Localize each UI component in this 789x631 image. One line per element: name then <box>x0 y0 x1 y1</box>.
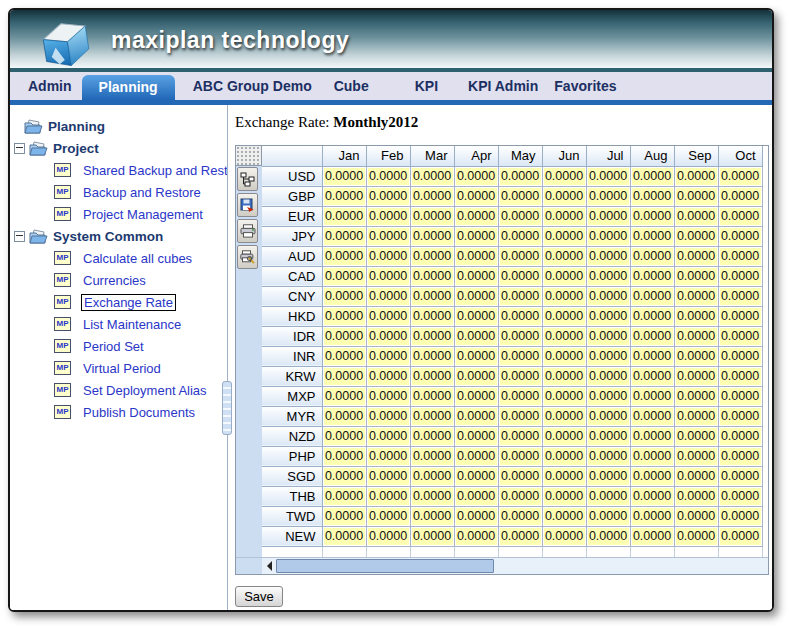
cell-hkd-mar[interactable]: 0.0000 <box>410 306 454 326</box>
cell-cad-may[interactable]: 0.0000 <box>498 266 542 286</box>
cell-gbp-mar[interactable]: 0.0000 <box>410 186 454 206</box>
cell-twd-sep[interactable]: 0.0000 <box>674 506 718 526</box>
cell-aud-aug[interactable]: 0.0000 <box>630 246 674 266</box>
cell-nzd-jul[interactable]: 0.0000 <box>586 426 630 446</box>
collapse-toggle-icon[interactable] <box>14 143 25 154</box>
cell-myr-jan[interactable]: 0.0000 <box>322 406 366 426</box>
cell-usd-feb[interactable]: 0.0000 <box>366 166 410 186</box>
cell-idr-may[interactable]: 0.0000 <box>498 326 542 346</box>
cell-sgd-aug[interactable]: 0.0000 <box>630 466 674 486</box>
export-save-icon[interactable] <box>237 193 258 217</box>
cell-cad-feb[interactable]: 0.0000 <box>366 266 410 286</box>
cell-php-may[interactable]: 0.0000 <box>498 446 542 466</box>
cell-mxp-jan[interactable]: 0.0000 <box>322 386 366 406</box>
tree-item-project-management[interactable]: MPProject Management <box>10 203 227 225</box>
cell-inr-feb[interactable]: 0.0000 <box>366 346 410 366</box>
cell-krw-jun[interactable]: 0.0000 <box>542 366 586 386</box>
cell-thb-jun[interactable]: 0.0000 <box>542 486 586 506</box>
cell-php-jun[interactable]: 0.0000 <box>542 446 586 466</box>
cell-cad-aug[interactable]: 0.0000 <box>630 266 674 286</box>
cell-idr-mar[interactable]: 0.0000 <box>410 326 454 346</box>
cell-aud-apr[interactable]: 0.0000 <box>454 246 498 266</box>
cell-cny-sep[interactable]: 0.0000 <box>674 286 718 306</box>
cell-idr-sep[interactable]: 0.0000 <box>674 326 718 346</box>
cell-idr-feb[interactable]: 0.0000 <box>366 326 410 346</box>
cell-inr-apr[interactable]: 0.0000 <box>454 346 498 366</box>
tree-item-shared-backup-and-resto[interactable]: MPShared Backup and Resto <box>10 159 227 181</box>
cell-eur-mar[interactable]: 0.0000 <box>410 206 454 226</box>
cell-gbp-oct[interactable]: 0.0000 <box>718 186 762 206</box>
cell-myr-oct[interactable]: 0.0000 <box>718 406 762 426</box>
nav-tab-favorites[interactable]: Favorites <box>554 78 616 94</box>
print-icon[interactable] <box>237 219 258 243</box>
scroll-left-arrow-icon[interactable] <box>262 558 276 574</box>
cell-thb-oct[interactable]: 0.0000 <box>718 486 762 506</box>
tree-group-project[interactable]: Project <box>10 137 227 159</box>
horizontal-scrollbar[interactable] <box>236 557 768 574</box>
tree-item-period-set[interactable]: MPPeriod Set <box>10 335 227 357</box>
grid-corner-cell[interactable] <box>236 146 262 166</box>
cell-krw-apr[interactable]: 0.0000 <box>454 366 498 386</box>
cell-usd-jan[interactable]: 0.0000 <box>322 166 366 186</box>
cell-php-feb[interactable]: 0.0000 <box>366 446 410 466</box>
cell-usd-apr[interactable]: 0.0000 <box>454 166 498 186</box>
cell-nzd-jan[interactable]: 0.0000 <box>322 426 366 446</box>
cell-new-apr[interactable]: 0.0000 <box>454 526 498 546</box>
cell-inr-mar[interactable]: 0.0000 <box>410 346 454 366</box>
cell-hkd-sep[interactable]: 0.0000 <box>674 306 718 326</box>
cell-gbp-aug[interactable]: 0.0000 <box>630 186 674 206</box>
cell-sgd-sep[interactable]: 0.0000 <box>674 466 718 486</box>
cell-thb-feb[interactable]: 0.0000 <box>366 486 410 506</box>
tree-group-system-common[interactable]: System Common <box>10 225 227 247</box>
cell-mxp-sep[interactable]: 0.0000 <box>674 386 718 406</box>
cell-php-sep[interactable]: 0.0000 <box>674 446 718 466</box>
cell-new-jun[interactable]: 0.0000 <box>542 526 586 546</box>
cell-cad-oct[interactable]: 0.0000 <box>718 266 762 286</box>
cell-gbp-jun[interactable]: 0.0000 <box>542 186 586 206</box>
cell-idr-jan[interactable]: 0.0000 <box>322 326 366 346</box>
cell-hkd-oct[interactable]: 0.0000 <box>718 306 762 326</box>
cell-php-jul[interactable]: 0.0000 <box>586 446 630 466</box>
cell-jpy-may[interactable]: 0.0000 <box>498 226 542 246</box>
cell-new-mar[interactable]: 0.0000 <box>410 526 454 546</box>
cell-cad-jul[interactable]: 0.0000 <box>586 266 630 286</box>
cell-mxp-may[interactable]: 0.0000 <box>498 386 542 406</box>
cell-new-jul[interactable]: 0.0000 <box>586 526 630 546</box>
cell-new-feb[interactable]: 0.0000 <box>366 526 410 546</box>
nav-tab-cube[interactable]: Cube <box>334 78 369 94</box>
cell-krw-aug[interactable]: 0.0000 <box>630 366 674 386</box>
cell-gbp-jul[interactable]: 0.0000 <box>586 186 630 206</box>
cell-idr-aug[interactable]: 0.0000 <box>630 326 674 346</box>
cell-nzd-sep[interactable]: 0.0000 <box>674 426 718 446</box>
cell-cny-aug[interactable]: 0.0000 <box>630 286 674 306</box>
cell-nzd-may[interactable]: 0.0000 <box>498 426 542 446</box>
cell-krw-mar[interactable]: 0.0000 <box>410 366 454 386</box>
cell-cny-jan[interactable]: 0.0000 <box>322 286 366 306</box>
tree-root-planning[interactable]: Planning <box>10 115 227 137</box>
cell-cny-oct[interactable]: 0.0000 <box>718 286 762 306</box>
cell-nzd-jun[interactable]: 0.0000 <box>542 426 586 446</box>
cell-php-apr[interactable]: 0.0000 <box>454 446 498 466</box>
tree-item-virtual-period[interactable]: MPVirtual Period <box>10 357 227 379</box>
cell-cny-mar[interactable]: 0.0000 <box>410 286 454 306</box>
cell-cny-may[interactable]: 0.0000 <box>498 286 542 306</box>
cell-myr-may[interactable]: 0.0000 <box>498 406 542 426</box>
tree-item-publish-documents[interactable]: MPPublish Documents <box>10 401 227 423</box>
cell-new-jan[interactable]: 0.0000 <box>322 526 366 546</box>
cell-jpy-sep[interactable]: 0.0000 <box>674 226 718 246</box>
cell-sgd-feb[interactable]: 0.0000 <box>366 466 410 486</box>
cell-eur-sep[interactable]: 0.0000 <box>674 206 718 226</box>
cell-krw-may[interactable]: 0.0000 <box>498 366 542 386</box>
cell-eur-aug[interactable]: 0.0000 <box>630 206 674 226</box>
cell-hkd-jun[interactable]: 0.0000 <box>542 306 586 326</box>
cell-inr-sep[interactable]: 0.0000 <box>674 346 718 366</box>
tree-item-exchange-rate[interactable]: MPExchange Rate <box>10 291 227 313</box>
cell-jpy-mar[interactable]: 0.0000 <box>410 226 454 246</box>
cell-eur-may[interactable]: 0.0000 <box>498 206 542 226</box>
cell-jpy-jan[interactable]: 0.0000 <box>322 226 366 246</box>
nav-tab-planning[interactable]: Planning <box>82 75 175 100</box>
cell-myr-sep[interactable]: 0.0000 <box>674 406 718 426</box>
cell-aud-jan[interactable]: 0.0000 <box>322 246 366 266</box>
cell-krw-sep[interactable]: 0.0000 <box>674 366 718 386</box>
cell-usd-jun[interactable]: 0.0000 <box>542 166 586 186</box>
